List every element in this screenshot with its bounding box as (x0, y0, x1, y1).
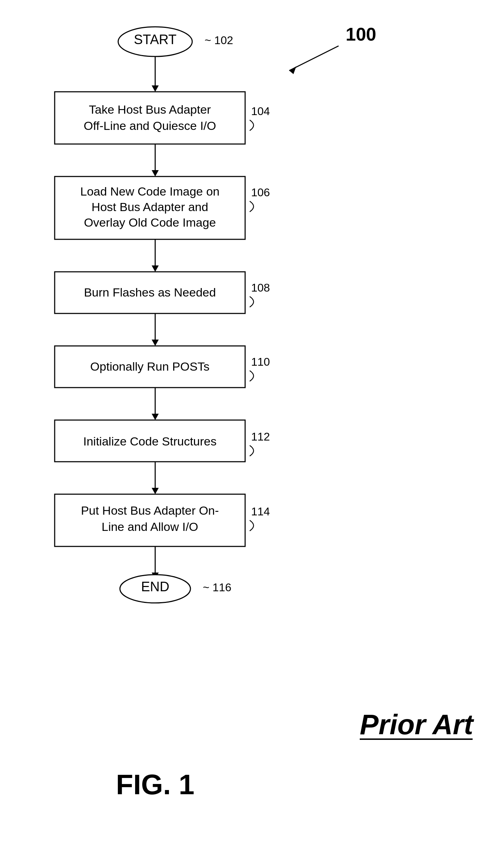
ref-114: 114 (251, 505, 270, 518)
svg-marker-9 (152, 340, 159, 346)
start-label: START (134, 32, 176, 47)
ref-108: 108 (251, 281, 270, 294)
step-106-line3: Overlay Old Code Image (84, 216, 216, 229)
step-114-line1: Put Host Bus Adapter On- (81, 504, 219, 517)
ref-110: 110 (251, 355, 270, 368)
step-114-line2: Line and Allow I/O (102, 520, 198, 533)
end-label: END (141, 579, 169, 594)
svg-line-0 (289, 46, 339, 71)
svg-marker-7 (152, 265, 159, 272)
ref-116: ~ 116 (203, 581, 231, 594)
step-108-label: Burn Flashes as Needed (84, 286, 216, 299)
svg-marker-13 (152, 488, 159, 494)
ref-100: 100 (346, 24, 376, 44)
step-104-line2: Off-Line and Quiesce I/O (84, 119, 216, 132)
ref-106: 106 (251, 186, 270, 199)
step-106-line1: Load New Code Image on (80, 185, 219, 198)
prior-art-label: Prior Art (360, 709, 474, 740)
svg-marker-1 (289, 66, 296, 74)
svg-marker-11 (152, 414, 159, 420)
step-104-line1: Take Host Bus Adapter (89, 103, 211, 116)
step-106-line2: Host Bus Adapter and (92, 200, 208, 214)
step-104-box (55, 92, 245, 144)
diagram-container: 100 START ~ 102 Take Host Bus Adapter Of… (0, 0, 504, 868)
step-112-label: Initialize Code Structures (83, 435, 217, 448)
ref-104: 104 (251, 105, 270, 118)
svg-marker-5 (152, 170, 159, 176)
svg-marker-3 (152, 85, 159, 92)
ref-102: ~ 102 (205, 34, 233, 47)
step-110-label: Optionally Run POSTs (90, 360, 210, 373)
ref-112: 112 (251, 430, 270, 443)
figure-label: FIG. 1 (116, 769, 194, 800)
